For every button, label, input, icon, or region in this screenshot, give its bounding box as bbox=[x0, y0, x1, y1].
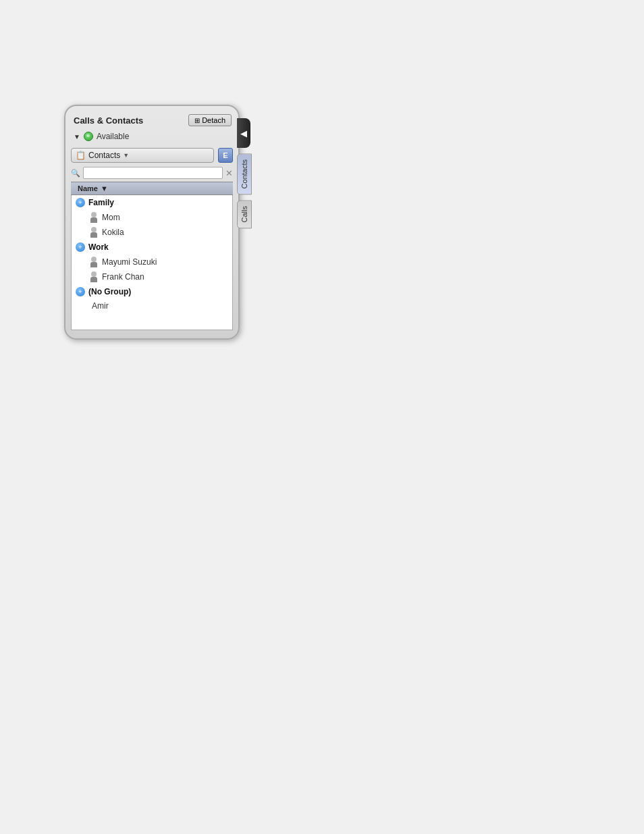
expand-nogroup-icon[interactable]: + bbox=[76, 287, 85, 296]
expand-family-icon[interactable]: + bbox=[76, 198, 85, 207]
group-work[interactable]: + Work bbox=[72, 240, 232, 255]
avatar-frank bbox=[89, 271, 99, 282]
search-icon: 🔍 bbox=[71, 169, 80, 178]
status-text: Available bbox=[97, 132, 129, 141]
search-input[interactable] bbox=[83, 167, 223, 179]
edit-button[interactable]: E bbox=[218, 148, 233, 163]
status-icon bbox=[84, 132, 93, 141]
group-nogroup-label: (No Group) bbox=[88, 287, 131, 296]
contact-amir-name: Amir bbox=[89, 301, 109, 311]
name-column-label: Name bbox=[78, 184, 98, 192]
avatar-kokila bbox=[89, 227, 99, 238]
collapse-arrow-button[interactable]: ◀ bbox=[237, 118, 250, 148]
contact-mayumi[interactable]: Mayumi Suzuki bbox=[72, 255, 232, 269]
calls-tab[interactable]: Calls bbox=[237, 200, 252, 228]
column-header[interactable]: Name ▼ bbox=[71, 182, 233, 195]
contact-frank[interactable]: Frank Chan bbox=[72, 269, 232, 284]
detach-icon: ⊞ bbox=[194, 117, 200, 124]
contact-kokila-name: Kokila bbox=[102, 228, 124, 237]
contacts-tab-label: Contacts bbox=[240, 159, 248, 188]
contact-mayumi-name: Mayumi Suzuki bbox=[102, 257, 157, 267]
contacts-book-icon: 📋 bbox=[76, 151, 86, 160]
contacts-dropdown[interactable]: 📋 Contacts ▼ bbox=[71, 148, 214, 163]
group-work-label: Work bbox=[88, 242, 109, 252]
toolbar-row: 📋 Contacts ▼ E bbox=[65, 145, 238, 165]
expand-work-icon[interactable]: + bbox=[76, 242, 85, 252]
status-dropdown-arrow[interactable]: ▼ bbox=[74, 133, 80, 140]
contact-amir[interactable]: Amir bbox=[72, 299, 232, 313]
widget-header: Calls & Contacts ⊞ Detach bbox=[65, 111, 238, 130]
status-row: ▼ Available bbox=[65, 130, 238, 145]
contact-mom-name: Mom bbox=[102, 213, 120, 222]
contact-frank-name: Frank Chan bbox=[102, 272, 144, 282]
avatar-mayumi bbox=[89, 257, 99, 267]
clear-search-button[interactable]: ✕ bbox=[225, 169, 233, 178]
group-nogroup[interactable]: + (No Group) bbox=[72, 284, 232, 299]
contact-list: + Family Mom Kokila + Work bbox=[71, 195, 233, 330]
contact-mom[interactable]: Mom bbox=[72, 210, 232, 225]
detach-button[interactable]: ⊞ Detach bbox=[188, 114, 232, 126]
contacts-dropdown-label: Contacts bbox=[88, 151, 120, 160]
widget-title: Calls & Contacts bbox=[74, 115, 143, 126]
avatar-mom bbox=[89, 212, 99, 223]
group-family-label: Family bbox=[88, 198, 114, 207]
edit-icon: E bbox=[223, 151, 227, 159]
group-family[interactable]: + Family bbox=[72, 195, 232, 210]
contact-kokila[interactable]: Kokila bbox=[72, 225, 232, 240]
calls-contacts-widget: Calls & Contacts ⊞ Detach ▼ Available 📋 … bbox=[64, 105, 240, 340]
search-row: 🔍 ✕ bbox=[65, 165, 238, 180]
sort-icon: ▼ bbox=[101, 184, 108, 192]
dropdown-arrow-icon: ▼ bbox=[123, 152, 129, 159]
contacts-tab[interactable]: Contacts bbox=[237, 153, 252, 194]
detach-label: Detach bbox=[202, 116, 225, 124]
calls-tab-label: Calls bbox=[240, 206, 248, 222]
